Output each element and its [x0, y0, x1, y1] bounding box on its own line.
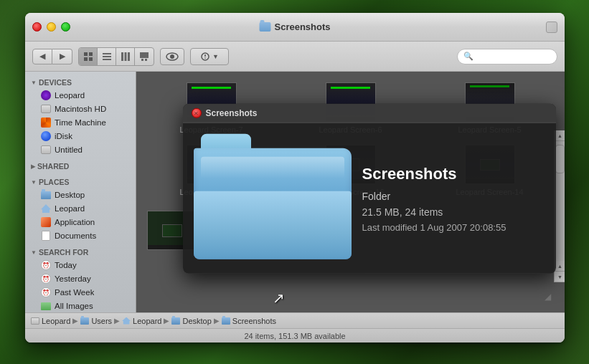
svg-rect-2 [84, 57, 88, 61]
sidebar-header-search[interactable]: ▼ SEARCH FOR [25, 245, 136, 258]
sidebar-section-search: ▼ SEARCH FOR ⏰ Today ⏰ Yesterday [25, 245, 136, 312]
window-resize-handle[interactable] [546, 21, 557, 33]
sidebar-item-leopard[interactable]: Leopard [28, 89, 133, 102]
svg-rect-1 [89, 52, 93, 56]
breadcrumb-desktop[interactable]: Desktop [171, 317, 211, 325]
sidebar-item-idisk[interactable]: iDisk [28, 130, 133, 143]
breadcrumb-leopard[interactable]: Leopard [31, 317, 70, 325]
svg-rect-9 [128, 52, 130, 61]
sidebar-section-shared-label: SHARED [37, 162, 69, 171]
leopard-icon [41, 90, 51, 100]
sidebar-item-leopard-home[interactable]: Leopard [28, 202, 133, 215]
desktop: Screenshots ◀ ▶ [0, 0, 589, 364]
sidebar-section-places: ▼ PLACES Desktop Leopard [25, 175, 136, 242]
forward-button[interactable]: ▶ [52, 49, 72, 64]
bc-users-folder-icon [80, 317, 89, 325]
scroll-thumb[interactable] [555, 145, 565, 173]
sidebar-item-today[interactable]: ⏰ Today [28, 259, 133, 272]
sidebar-item-untitled[interactable]: Untitled [28, 143, 133, 156]
sidebar-item-leopard-label: Leopard [55, 91, 85, 100]
sidebar-item-macintosh-hd[interactable]: Macintosh HD [28, 102, 133, 115]
breadcrumb-sep-3: ▶ [164, 317, 169, 325]
minimize-button[interactable] [47, 22, 56, 32]
sidebar-header-devices[interactable]: ▼ DEVICES [25, 75, 136, 88]
resize-handle[interactable] [545, 289, 553, 298]
folder-shine [201, 157, 344, 178]
sidebar-item-past-week[interactable]: ⏰ Past Week [28, 286, 133, 299]
traffic-lights [32, 22, 70, 32]
search-bar[interactable]: 🔍 [457, 49, 557, 64]
sidebar-item-yesterday[interactable]: ⏰ Yesterday [28, 272, 133, 285]
sidebar-item-leopard-home-label: Leopard [55, 204, 85, 213]
preview-folder-modified: Last modified 1 Aug 2007 20:08:55 [362, 221, 545, 232]
sidebar-item-applications[interactable]: Application [28, 216, 133, 229]
eye-button[interactable] [160, 48, 184, 65]
triangle-shared-icon: ▶ [31, 163, 35, 170]
sidebar: ▼ DEVICES Leopard Macintosh HD [25, 72, 136, 312]
back-button[interactable]: ◀ [32, 49, 52, 64]
window-title: Screenshots [259, 21, 330, 32]
sidebar-section-places-label: PLACES [39, 178, 70, 186]
preview-panel: ✕ Screenshots [183, 104, 556, 274]
sidebar-item-desktop-label: Desktop [55, 191, 85, 199]
sidebar-item-time-machine-label: Time Machine [55, 118, 106, 127]
view-list-button[interactable] [98, 48, 116, 65]
svg-rect-11 [141, 59, 143, 61]
sidebar-header-places[interactable]: ▼ PLACES [25, 175, 136, 188]
svg-rect-5 [103, 56, 111, 57]
cursor-arrow: ↗ [273, 289, 285, 307]
svg-rect-0 [84, 52, 88, 56]
svg-rect-7 [121, 52, 123, 61]
window-title-text: Screenshots [274, 21, 330, 32]
breadcrumb-users[interactable]: Users [80, 317, 112, 325]
breadcrumb-users-label: Users [91, 317, 112, 325]
sidebar-item-time-machine[interactable]: Time Machine [28, 116, 133, 129]
view-column-button[interactable] [116, 48, 135, 65]
breadcrumb-screenshots[interactable]: Screenshots [222, 317, 276, 325]
file-area: Leopard Screen-7 Leopard Screen-6 [136, 72, 565, 312]
breadcrumb-bar: Leopard ▶ Users ▶ Leopard ▶ Desktop ▶ Sc… [25, 312, 565, 328]
sidebar-item-today-label: Today [55, 261, 77, 269]
bc-screenshots-folder-icon [222, 317, 230, 325]
desktop-icon [41, 190, 51, 200]
today-icon: ⏰ [41, 260, 51, 270]
breadcrumb-leopard2[interactable]: Leopard [122, 317, 161, 325]
status-bar: 24 items, 151.3 MB available [25, 328, 565, 343]
sidebar-item-desktop[interactable]: Desktop [28, 188, 133, 201]
view-buttons [78, 47, 154, 66]
preview-close-button[interactable]: ✕ [192, 108, 202, 118]
bc-home-icon [122, 317, 131, 325]
sidebar-section-search-label: SEARCH FOR [39, 248, 88, 257]
preview-folder-size: 21.5 MB, 24 items [362, 206, 545, 217]
close-button[interactable] [32, 22, 42, 32]
breadcrumb-desktop-label: Desktop [182, 317, 211, 325]
view-icon-button[interactable] [79, 48, 98, 65]
scroll-down-arrow-1[interactable]: ▲ [555, 261, 565, 272]
breadcrumb-sep-2: ▶ [114, 317, 120, 325]
sidebar-item-past-week-label: Past Week [55, 288, 94, 297]
svg-rect-3 [89, 57, 93, 61]
time-machine-icon [41, 118, 51, 128]
scroll-up-arrow[interactable]: ▲ [555, 130, 565, 141]
sidebar-item-all-images[interactable]: All Images [28, 300, 133, 312]
action-dropdown-arrow: ▼ [212, 53, 219, 60]
idisk-icon [41, 131, 51, 141]
status-text: 24 items, 151.3 MB available [244, 332, 345, 340]
breadcrumb-leopard2-label: Leopard [133, 317, 161, 325]
preview-body: Screenshots Folder 21.5 MB, 24 items Las… [183, 123, 556, 274]
scroll-track[interactable] [555, 141, 565, 261]
maximize-button[interactable] [61, 22, 70, 32]
scroll-down-arrow-2[interactable]: ▼ [555, 272, 565, 282]
all-images-icon [41, 301, 51, 311]
sidebar-item-yesterday-label: Yesterday [55, 274, 91, 283]
svg-point-17 [204, 57, 206, 59]
sidebar-header-shared[interactable]: ▶ SHARED [25, 159, 136, 172]
svg-rect-6 [103, 59, 111, 60]
sidebar-item-documents[interactable]: Documents [28, 229, 133, 242]
applications-icon [41, 217, 51, 227]
svg-point-14 [170, 54, 174, 59]
view-cover-button[interactable] [135, 48, 154, 65]
action-button[interactable]: ▼ [190, 48, 229, 65]
documents-icon [41, 231, 51, 241]
breadcrumb-screenshots-label: Screenshots [232, 317, 276, 325]
